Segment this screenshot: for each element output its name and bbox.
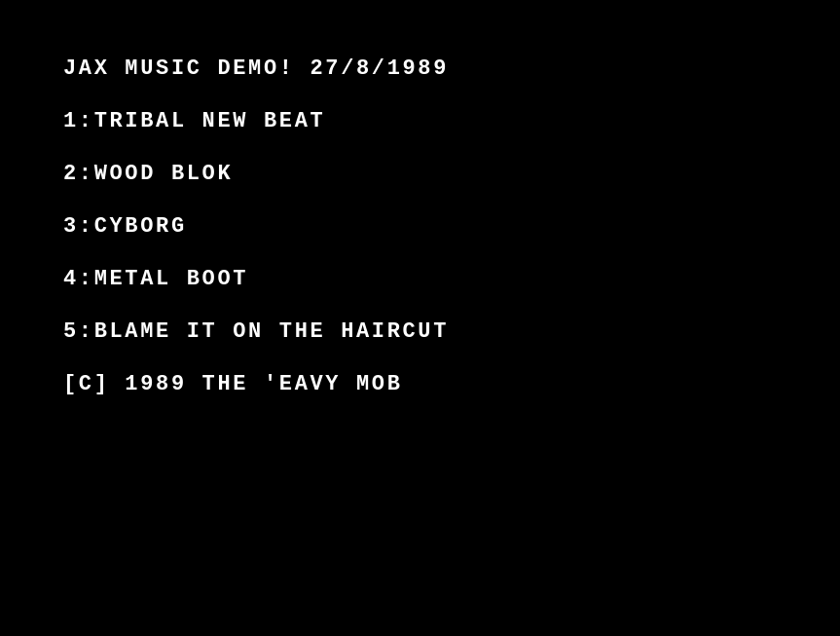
screen-line-title: JAX MUSIC DEMO! 27/8/1989 bbox=[63, 58, 777, 80]
screen-line-track2: 2:WOOD BLOK bbox=[63, 164, 777, 185]
retro-screen: JAX MUSIC DEMO! 27/8/19891:TRIBAL NEW BE… bbox=[0, 0, 840, 636]
screen-line-track5: 5:BLAME IT ON THE HAIRCUT bbox=[63, 321, 777, 343]
screen-line-track3: 3:CYBORG bbox=[63, 216, 777, 238]
screen-line-copyright: [C] 1989 THE 'EAVY MOB bbox=[63, 374, 777, 395]
screen-line-track4: 4:METAL BOOT bbox=[63, 269, 777, 290]
screen-line-track1: 1:TRIBAL NEW BEAT bbox=[63, 111, 777, 132]
